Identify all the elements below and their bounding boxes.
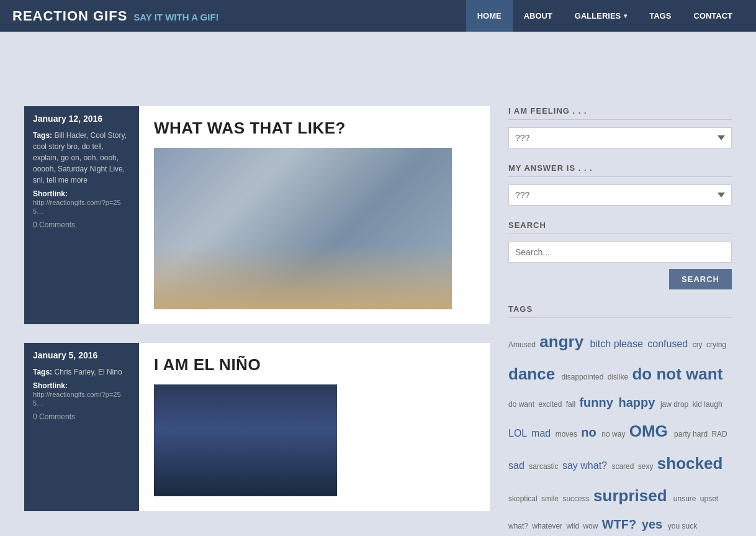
tag-omg[interactable]: OMG: [629, 422, 672, 440]
post-2-image: [154, 384, 337, 496]
post-1-title[interactable]: WHAT WAS THAT LIKE?: [154, 119, 475, 138]
post-1-tags-label: Tags:: [33, 131, 52, 140]
tag-upset[interactable]: upset: [700, 494, 718, 503]
banner-area: [0, 32, 756, 106]
tag-do-want[interactable]: do want: [508, 400, 536, 409]
nav-about[interactable]: ABOUT: [513, 0, 564, 32]
tag-disappointed[interactable]: disappointed: [561, 373, 605, 381]
post-1-date: January 12, 2016: [33, 114, 130, 124]
tag-lol[interactable]: LOL: [508, 428, 529, 438]
tag-confused[interactable]: confused: [647, 338, 690, 349]
site-title-wrap: REACTION GIFS SAY IT WITH A GIF!: [12, 8, 466, 24]
tag-sexy[interactable]: sexy: [638, 462, 655, 471]
post-1-main: WHAT WAS THAT LIKE?: [139, 106, 490, 324]
tag-you-suck[interactable]: you suck: [668, 522, 697, 530]
tag-sad[interactable]: sad: [508, 460, 527, 471]
answer-widget-title: MY ANSWER IS . . .: [508, 163, 732, 177]
tag-jaw-drop[interactable]: jaw drop: [660, 400, 691, 409]
tag-shocked[interactable]: shocked: [657, 454, 723, 473]
tag-surprised[interactable]: surprised: [593, 486, 672, 505]
tag-no-way[interactable]: no way: [601, 430, 627, 438]
post-1-shortlink-label: Shortlink:: [33, 189, 130, 198]
nav-home[interactable]: HOME: [466, 0, 513, 32]
tags-widget-title: TAGS: [508, 304, 732, 318]
feeling-widget: I AM FEELING . . . ??? Happy Sad Angry C…: [508, 106, 732, 148]
tag-no[interactable]: no: [581, 425, 600, 439]
nav-tags[interactable]: TAGS: [638, 0, 682, 32]
main-nav: HOME ABOUT GALLERIES ▾ TAGS CONTACT: [466, 0, 744, 32]
post-2-main: I AM EL NIÑO: [139, 343, 490, 511]
tags-widget: TAGS Amused angry bitch please confused …: [508, 304, 732, 536]
post-1-image-scene: [154, 148, 452, 309]
tag-cry[interactable]: cry: [693, 340, 704, 349]
site-tagline: SAY IT WITH A GIF!: [133, 12, 218, 22]
tag-angry[interactable]: angry: [539, 332, 588, 351]
post-1-comments[interactable]: 0 Comments: [33, 220, 130, 229]
search-widget-title: SEARCH: [508, 220, 732, 234]
tag-moves[interactable]: moves: [556, 430, 580, 438]
nav-galleries[interactable]: GALLERIES ▾: [564, 0, 638, 32]
content-area: January 12, 2016 Tags: Bill Hader, Cool …: [24, 106, 490, 530]
post-2-comments[interactable]: 0 Comments: [33, 412, 130, 421]
post-2-date: January 5, 2016: [33, 350, 130, 360]
site-header: REACTION GIFS SAY IT WITH A GIF! HOME AB…: [0, 0, 756, 32]
post-2-sidebar: January 5, 2016 Tags: Chris Farley, El N…: [24, 343, 139, 511]
answer-widget: MY ANSWER IS . . . ??? Yes No Maybe Neve…: [508, 163, 732, 206]
post-2: January 5, 2016 Tags: Chris Farley, El N…: [24, 343, 490, 511]
tag-success[interactable]: success: [562, 494, 592, 503]
tag-dislike[interactable]: dislike: [608, 373, 631, 381]
tag-rad[interactable]: RAD: [711, 430, 727, 438]
tag-happy[interactable]: happy: [618, 396, 658, 409]
post-2-shortlink-url[interactable]: http://reactiongifs.com/?p=255…: [33, 391, 121, 407]
post-1-shortlink-url[interactable]: http://reactiongifs.com/?p=255…: [33, 199, 121, 215]
post-2-tags: Chris Farley, El Nino: [54, 368, 122, 376]
tag-yes[interactable]: yes: [642, 517, 666, 531]
tag-do-not-want[interactable]: do not want: [632, 365, 722, 383]
post-1-image: [154, 148, 452, 309]
tag-scared[interactable]: scared: [611, 462, 636, 471]
tag-bitch-please[interactable]: bitch please: [590, 338, 646, 349]
post-2-tags-label: Tags:: [33, 368, 52, 376]
tags-cloud: Amused angry bitch please confused cry c…: [508, 325, 732, 536]
search-widget: SEARCH SEARCH: [508, 220, 732, 289]
tag-dance[interactable]: dance: [508, 365, 559, 383]
tag-wild[interactable]: wild: [566, 522, 581, 530]
post-2-title[interactable]: I AM EL NIÑO: [154, 355, 475, 375]
search-button[interactable]: SEARCH: [669, 269, 732, 289]
tag-whatever[interactable]: whatever: [532, 522, 564, 530]
sidebar: I AM FEELING . . . ??? Happy Sad Angry C…: [508, 106, 732, 536]
post-2-image-scene: [154, 384, 337, 496]
tag-crying[interactable]: crying: [706, 340, 726, 349]
tag-fail[interactable]: fail: [566, 400, 578, 409]
tag-skeptical[interactable]: skeptical: [508, 494, 539, 503]
answer-select[interactable]: ??? Yes No Maybe Never: [508, 184, 732, 206]
tag-wtf?[interactable]: WTF?: [602, 517, 640, 531]
search-input[interactable]: [508, 242, 732, 263]
post-2-shortlink-label: Shortlink:: [33, 381, 130, 390]
tag-party-hard[interactable]: party hard: [674, 430, 709, 438]
tag-mad[interactable]: mad: [531, 428, 554, 438]
tag-what?[interactable]: what?: [508, 522, 530, 530]
feeling-select[interactable]: ??? Happy Sad Angry Confused Excited: [508, 127, 732, 148]
tag-kid-laugh[interactable]: kid laugh: [693, 400, 722, 409]
tag-say-what?[interactable]: say what?: [562, 460, 610, 471]
tag-amused[interactable]: Amused: [508, 340, 538, 349]
tag-funny[interactable]: funny: [579, 396, 616, 409]
tag-unsure[interactable]: unsure: [673, 494, 698, 503]
tag-sarcastic[interactable]: sarcastic: [529, 462, 560, 471]
post-1-sidebar: January 12, 2016 Tags: Bill Hader, Cool …: [24, 106, 139, 324]
chevron-down-icon: ▾: [624, 12, 627, 19]
post-1: January 12, 2016 Tags: Bill Hader, Cool …: [24, 106, 490, 324]
nav-contact[interactable]: CONTACT: [682, 0, 744, 32]
tag-wow[interactable]: wow: [583, 522, 600, 530]
site-title[interactable]: REACTION GIFS: [12, 8, 127, 24]
tag-excited[interactable]: excited: [538, 400, 564, 409]
tag-smile[interactable]: smile: [541, 494, 560, 503]
feeling-widget-title: I AM FEELING . . .: [508, 106, 732, 120]
